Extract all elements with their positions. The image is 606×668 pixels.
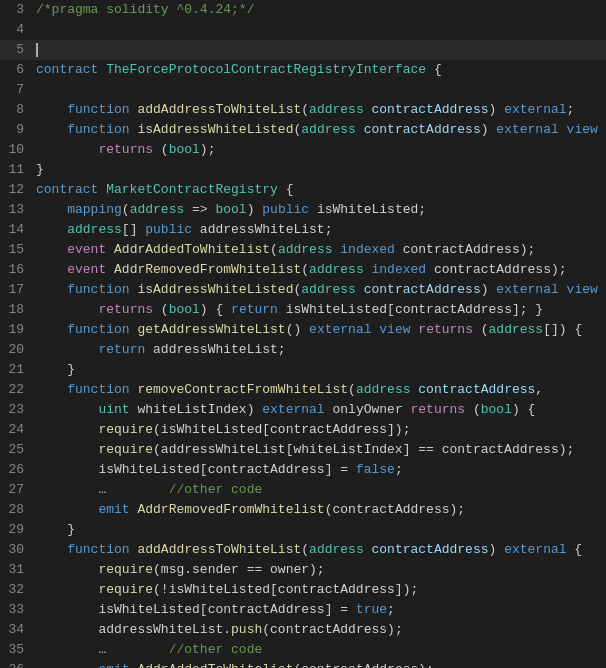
code-line: 16 event AddrRemovedFromWhitelist(addres… bbox=[0, 260, 606, 280]
line-content bbox=[36, 40, 606, 60]
token bbox=[36, 102, 67, 117]
line-content: return addressWhiteList; bbox=[36, 340, 606, 360]
token: ); bbox=[200, 142, 216, 157]
line-number: 30 bbox=[0, 540, 36, 560]
code-line: 26 isWhiteListed[contractAddress] = fals… bbox=[0, 460, 606, 480]
line-number: 29 bbox=[0, 520, 36, 540]
token: indexed bbox=[340, 242, 395, 257]
token: (contractAddress); bbox=[293, 662, 433, 668]
token: (contractAddress); bbox=[325, 502, 465, 517]
token bbox=[36, 122, 67, 137]
code-line: 33 isWhiteListed[contractAddress] = true… bbox=[0, 600, 606, 620]
token bbox=[36, 382, 67, 397]
code-line: 3/*pragma solidity ^0.4.24;*/ bbox=[0, 0, 606, 20]
line-number: 19 bbox=[0, 320, 36, 340]
token: contract bbox=[36, 62, 106, 77]
line-content: function addAddressToWhiteList(address c… bbox=[36, 100, 606, 120]
token bbox=[36, 542, 67, 557]
token: { bbox=[426, 62, 442, 77]
token: public bbox=[262, 202, 309, 217]
token: returns bbox=[98, 302, 153, 317]
code-line: 11} bbox=[0, 160, 606, 180]
token: address bbox=[309, 542, 371, 557]
token bbox=[36, 662, 98, 668]
token: function bbox=[67, 102, 137, 117]
token: ( bbox=[270, 242, 278, 257]
line-content: returns (bool) { return isWhiteListed[co… bbox=[36, 300, 606, 320]
token: addAddressToWhiteList bbox=[137, 542, 301, 557]
token: AddrRemovedFromWhitelist bbox=[114, 262, 301, 277]
line-number: 33 bbox=[0, 600, 36, 620]
line-content: } bbox=[36, 360, 606, 380]
token: return bbox=[98, 342, 145, 357]
code-line: 20 return addressWhiteList; bbox=[0, 340, 606, 360]
token: []) { bbox=[543, 322, 582, 337]
line-content: function addAddressToWhiteList(address c… bbox=[36, 540, 606, 560]
token: event bbox=[67, 242, 114, 257]
line-content: event AddrAddedToWhitelist(address index… bbox=[36, 240, 606, 260]
code-line: 8 function addAddressToWhiteList(address… bbox=[0, 100, 606, 120]
token: bool bbox=[215, 202, 246, 217]
token: external bbox=[504, 102, 566, 117]
line-content: isWhiteListed[contractAddress] = true; bbox=[36, 600, 606, 620]
line-content: uint whiteListIndex) external onlyOwner … bbox=[36, 400, 606, 420]
token: addressWhiteList; bbox=[192, 222, 332, 237]
token: contract bbox=[36, 182, 106, 197]
token: … bbox=[36, 482, 169, 497]
line-number: 13 bbox=[0, 200, 36, 220]
code-line: 27 … //other code bbox=[0, 480, 606, 500]
token bbox=[36, 582, 98, 597]
token bbox=[36, 202, 67, 217]
line-number: 25 bbox=[0, 440, 36, 460]
code-line: 25 require(addressWhiteList[whiteListInd… bbox=[0, 440, 606, 460]
code-line: 32 require(!isWhiteListed[contractAddres… bbox=[0, 580, 606, 600]
token: function bbox=[67, 282, 137, 297]
token: address bbox=[278, 242, 333, 257]
code-line: 4 bbox=[0, 20, 606, 40]
line-content: … //other code bbox=[36, 640, 606, 660]
token: emit bbox=[98, 662, 137, 668]
line-content: require(addressWhiteList[whiteListIndex]… bbox=[36, 440, 606, 460]
line-content: mapping(address => bool) public isWhiteL… bbox=[36, 200, 606, 220]
line-number: 20 bbox=[0, 340, 36, 360]
token: MarketContractRegistry bbox=[106, 182, 278, 197]
token: { bbox=[278, 182, 294, 197]
line-number: 8 bbox=[0, 100, 36, 120]
token: /*pragma solidity ^0.4.24;*/ bbox=[36, 2, 254, 17]
token: } bbox=[36, 162, 44, 177]
token bbox=[36, 222, 67, 237]
token bbox=[36, 402, 98, 417]
token: returns bbox=[411, 402, 466, 417]
line-number: 14 bbox=[0, 220, 36, 240]
code-line: 29 } bbox=[0, 520, 606, 540]
code-line: 19 function getAddressWhiteList() extern… bbox=[0, 320, 606, 340]
code-line: 36 emit AddrAddedToWhitelist(contractAdd… bbox=[0, 660, 606, 668]
token: function bbox=[67, 322, 137, 337]
code-line: 23 uint whiteListIndex) external onlyOwn… bbox=[0, 400, 606, 420]
line-content: function removeContractFromWhiteList(add… bbox=[36, 380, 606, 400]
token bbox=[36, 322, 67, 337]
line-number: 21 bbox=[0, 360, 36, 380]
code-line: 30 function addAddressToWhiteList(addres… bbox=[0, 540, 606, 560]
token: ) bbox=[489, 102, 505, 117]
line-content: require(msg.sender == owner); bbox=[36, 560, 606, 580]
code-line: 14 address[] public addressWhiteList; bbox=[0, 220, 606, 240]
token: isAddressWhiteListed bbox=[137, 122, 293, 137]
token: isWhiteListed; bbox=[309, 202, 426, 217]
token: ( bbox=[301, 542, 309, 557]
token: ; bbox=[395, 462, 403, 477]
line-number: 12 bbox=[0, 180, 36, 200]
token: (msg.sender == owner); bbox=[153, 562, 325, 577]
line-number: 18 bbox=[0, 300, 36, 320]
token bbox=[36, 342, 98, 357]
token bbox=[559, 122, 567, 137]
token: //other code bbox=[169, 482, 263, 497]
line-number: 11 bbox=[0, 160, 36, 180]
code-line: 22 function removeContractFromWhiteList(… bbox=[0, 380, 606, 400]
token: AddrRemovedFromWhitelist bbox=[137, 502, 324, 517]
token: getAddressWhiteList bbox=[137, 322, 285, 337]
token: address bbox=[130, 202, 185, 217]
token: ( bbox=[348, 382, 356, 397]
token: ( bbox=[153, 142, 169, 157]
token: ( bbox=[465, 402, 481, 417]
